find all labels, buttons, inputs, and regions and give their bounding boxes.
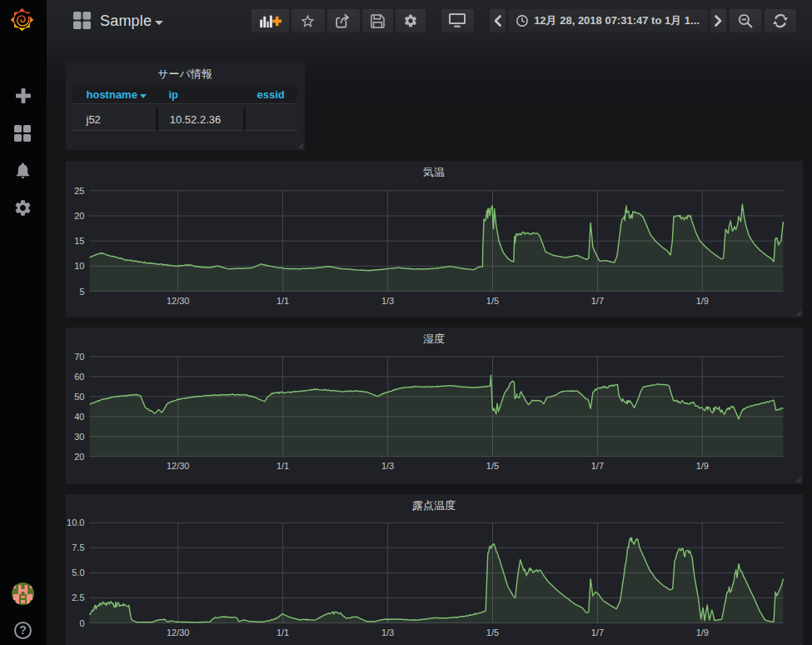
svg-text:気温: 気温: [423, 166, 445, 178]
svg-text:40: 40: [74, 411, 84, 421]
svg-text:1/1: 1/1: [276, 627, 288, 637]
svg-text:10: 10: [74, 261, 84, 271]
svg-text:1/1: 1/1: [276, 295, 288, 305]
svg-text:1/1: 1/1: [276, 460, 288, 470]
svg-text:1/7: 1/7: [590, 460, 603, 470]
svg-text:70: 70: [74, 352, 84, 362]
svg-text:湿度: 湿度: [423, 332, 445, 345]
svg-text:20: 20: [74, 211, 84, 221]
svg-text:5.0: 5.0: [72, 568, 84, 578]
svg-text:1/3: 1/3: [381, 460, 393, 470]
svg-text:1/5: 1/5: [486, 460, 498, 470]
svg-text:1/9: 1/9: [695, 460, 708, 470]
svg-text:1/7: 1/7: [590, 295, 603, 305]
svg-text:1/5: 1/5: [486, 627, 498, 637]
svg-text:25: 25: [74, 185, 84, 195]
svg-text:1/3: 1/3: [381, 295, 393, 305]
svg-text:12/30: 12/30: [166, 295, 189, 305]
svg-text:12/30: 12/30: [166, 460, 189, 470]
svg-text:2.5: 2.5: [72, 592, 84, 602]
svg-text:60: 60: [74, 372, 84, 382]
svg-text:50: 50: [74, 392, 84, 402]
svg-text:30: 30: [74, 431, 84, 441]
svg-text:1/5: 1/5: [486, 295, 498, 305]
svg-text:20: 20: [74, 451, 84, 461]
svg-text:露点温度: 露点温度: [412, 499, 456, 512]
svg-text:15: 15: [74, 236, 84, 246]
svg-text:0: 0: [79, 618, 84, 628]
svg-text:5: 5: [79, 286, 84, 296]
svg-text:12/30: 12/30: [166, 627, 189, 637]
svg-text:1/9: 1/9: [695, 627, 708, 637]
svg-text:7.5: 7.5: [72, 542, 84, 552]
svg-text:1/9: 1/9: [695, 295, 708, 305]
svg-text:1/3: 1/3: [381, 627, 393, 637]
svg-text:10.0: 10.0: [67, 518, 84, 528]
svg-text:1/7: 1/7: [590, 627, 603, 637]
